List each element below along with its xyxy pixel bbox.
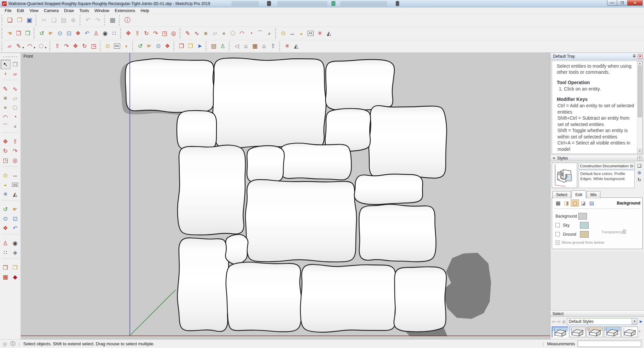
offset-icon[interactable]: ◎	[169, 29, 178, 38]
scroll-up-icon[interactable]: ▲	[637, 61, 642, 66]
background-settings-icon[interactable]: ▢	[571, 199, 579, 207]
text-icon[interactable]: A1	[308, 31, 314, 36]
menu-draw[interactable]: Draw	[61, 8, 76, 14]
zoom-previous-icon[interactable]: ↶	[83, 29, 92, 38]
follow-me-icon[interactable]: ↷	[62, 42, 71, 51]
rotate-icon[interactable]: ↻	[80, 42, 89, 51]
protractor-icon[interactable]: ◒	[297, 29, 306, 38]
stone-block[interactable]	[246, 180, 357, 262]
orbit-tool[interactable]: ↺	[1, 205, 10, 214]
arc-icon[interactable]: ◠	[237, 29, 247, 38]
text-icon[interactable]: A1	[114, 44, 120, 49]
polygon-tool[interactable]: ⬠	[10, 103, 20, 112]
home-icon[interactable]: ⌂	[562, 318, 565, 324]
display-secondary-pane-icon[interactable]: ❏	[637, 163, 642, 168]
scale-icon[interactable]: ◳	[89, 42, 98, 51]
edge-settings-icon[interactable]: ▦	[554, 199, 562, 207]
orbit-icon[interactable]: ↺	[136, 42, 145, 51]
instructor-scrollbar[interactable]: ▲ ▼	[637, 61, 642, 154]
home-icon[interactable]: ⌂	[241, 42, 251, 51]
freehand-icon[interactable]: ∿	[192, 29, 201, 38]
stone-block[interactable]	[226, 262, 302, 332]
stone-block[interactable]	[125, 59, 215, 112]
create-new-style-icon[interactable]: ⊕	[637, 170, 641, 175]
pan-icon[interactable]: ☛	[46, 29, 55, 38]
circle-icon[interactable]: ●	[219, 29, 228, 38]
style-description[interactable]: Default face colors. Profile Edges. Whit…	[579, 170, 635, 188]
rotated-rectangle-tool[interactable]: ▱	[10, 94, 20, 103]
scale-tool[interactable]: ◳	[1, 156, 10, 165]
arc-tool[interactable]: ◠	[1, 112, 10, 122]
dimension-icon[interactable]: ↔	[288, 29, 297, 38]
tape-measure-icon[interactable]: ⊙	[279, 29, 288, 38]
redo-icon[interactable]: ↷	[93, 16, 103, 24]
paint-bucket-tool[interactable]: ◖	[1, 69, 10, 78]
push-pull-icon[interactable]: ⇧	[133, 29, 142, 38]
pie-icon[interactable]: ◔	[247, 29, 256, 38]
style-thumbnail[interactable]	[587, 327, 603, 337]
slider-thumb[interactable]	[623, 230, 626, 234]
zoom-extents-tool[interactable]: ❖	[1, 223, 10, 233]
details-arrow-icon[interactable]: ➤	[639, 319, 643, 324]
auto-hide-pin-icon[interactable]	[632, 54, 637, 59]
menu-window[interactable]: Window	[92, 8, 112, 14]
erase-icon[interactable]: ⊗	[68, 16, 78, 24]
cut-icon[interactable]: ✂	[39, 16, 49, 24]
stone-block[interactable]	[301, 265, 397, 332]
sky-color-swatch[interactable]	[580, 222, 589, 229]
zoom-icon[interactable]: ⊙	[154, 42, 163, 51]
3d-warehouse-tool-tool[interactable]: ◆	[10, 272, 20, 282]
tab-edit[interactable]: Edit	[572, 190, 586, 198]
show-ground-checkbox[interactable]: ✓	[555, 240, 560, 245]
menu-help[interactable]: Help	[138, 8, 152, 14]
3d-text-icon[interactable]: ◭	[324, 29, 333, 38]
photo-textures-tool[interactable]: ❒	[10, 263, 20, 272]
stone-block[interactable]	[225, 234, 248, 264]
terrain-from-scratch-icon[interactable]: ◭	[292, 42, 301, 51]
arc-flyout-icon[interactable]: ◠	[25, 42, 35, 51]
export-icon[interactable]: ➤	[195, 42, 204, 51]
zoom-extents-icon[interactable]: ❖	[73, 29, 83, 38]
menu-edit[interactable]: Edit	[14, 8, 27, 14]
axes-tool[interactable]: ✳	[1, 189, 10, 199]
arc-flyout-dropdown-icon[interactable]: ▾	[34, 46, 36, 49]
stone-block[interactable]	[177, 111, 216, 150]
minimize-button[interactable]: —	[607, 0, 617, 6]
paste-icon[interactable]: ▤	[59, 16, 68, 24]
open-icon[interactable]: ❐	[15, 16, 24, 24]
line-icon[interactable]: ✎	[183, 29, 192, 38]
follow-me-icon[interactable]: ↷	[151, 29, 160, 38]
orbit-icon[interactable]: ↺	[37, 29, 46, 38]
position-camera-tool[interactable]: ♙	[1, 238, 10, 248]
walk-icon[interactable]: ∷	[110, 29, 119, 38]
watermark-settings-icon[interactable]: ◪	[579, 199, 587, 207]
zoom-window-icon[interactable]: ⊡	[64, 29, 73, 38]
line-flyout-dropdown-icon[interactable]: ▾	[22, 46, 24, 49]
model-canvas[interactable]	[21, 53, 550, 340]
thumbnails-scroll-icon[interactable]: ▾	[639, 330, 640, 333]
save-icon[interactable]: ▣	[24, 16, 34, 24]
text-tool[interactable]: A1	[10, 180, 20, 189]
tab-select[interactable]: Select	[552, 191, 571, 198]
zoom-tool[interactable]: ⊙	[1, 214, 10, 223]
paint-bucket-icon[interactable]: ◖	[122, 42, 131, 51]
stone-block[interactable]	[279, 143, 352, 180]
shape-flyout-dropdown-icon[interactable]: ▾	[45, 46, 47, 49]
print-icon[interactable]: ▦	[108, 16, 117, 24]
sky-checkbox[interactable]	[555, 223, 560, 227]
zoom-previous-tool[interactable]: ↶	[10, 223, 20, 233]
styles-close-icon[interactable]: ✕	[637, 156, 642, 160]
maximize-button[interactable]: ❐	[617, 0, 627, 6]
modeling-settings-icon[interactable]: ▤	[588, 199, 596, 207]
undo-icon[interactable]: ↶	[83, 16, 93, 24]
pie-tool[interactable]: ◔	[10, 112, 20, 122]
zoom-icon[interactable]: ⊙	[55, 29, 64, 38]
ground-checkbox[interactable]	[555, 232, 560, 236]
select-section-header[interactable]: Select	[550, 310, 644, 317]
tape-measure-tool[interactable]: ⊙	[1, 171, 10, 180]
nav-forward-icon[interactable]: ⇨	[557, 319, 561, 324]
shape-flyout-icon[interactable]: ⬠	[37, 42, 46, 51]
pan-tool[interactable]: ☛	[10, 205, 20, 214]
component-options-icon[interactable]: ❒	[23, 29, 32, 38]
measurements-input[interactable]	[578, 341, 641, 347]
